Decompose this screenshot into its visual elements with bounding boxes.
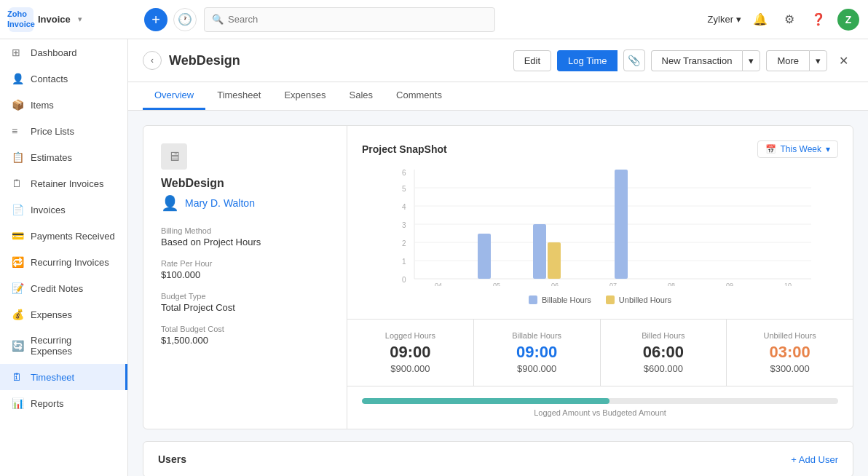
retainer-icon: 🗒: [12, 178, 23, 189]
brand-chevron-icon[interactable]: ▾: [78, 15, 82, 24]
bar-chart-svg: 0 1 2 3 4 5 6: [362, 170, 838, 286]
total-budget-label: Total Budget Cost: [161, 325, 329, 333]
svg-text:10: 10: [784, 282, 792, 286]
avatar[interactable]: Z: [837, 9, 859, 31]
reports-icon: 📊: [12, 397, 23, 409]
sidebar-item-timesheet[interactable]: 🗓 Timesheet: [0, 364, 127, 390]
billing-method-value: Based on Project Hours: [161, 237, 329, 247]
users-section: Users + Add User: [143, 441, 853, 476]
stat-unbilled: Unbilled Hours 03:00 $300.000: [727, 320, 853, 386]
svg-text:04: 04: [435, 282, 442, 286]
log-time-button[interactable]: Log Time: [557, 50, 617, 71]
sidebar-item-recurring-expenses[interactable]: 🔄 Recurring Expenses: [0, 328, 127, 364]
add-user-button[interactable]: + Add User: [791, 454, 838, 465]
svg-rect-17: [615, 170, 628, 279]
sidebar-label-recurring-exp: Recurring Expenses: [31, 335, 116, 357]
sidebar-label-recurring-inv: Recurring Invoices: [31, 257, 109, 268]
tab-comments[interactable]: Comments: [384, 82, 454, 110]
invoices-icon: 📄: [12, 204, 23, 215]
stat-billed-label: Billed Hours: [615, 331, 712, 340]
sidebar-item-price-lists[interactable]: ≡ Price Lists: [0, 118, 127, 144]
svg-text:2: 2: [402, 239, 406, 247]
credit-notes-icon: 📝: [12, 282, 23, 294]
search-box: 🔍: [204, 7, 495, 32]
price-lists-icon: ≡: [12, 125, 23, 137]
svg-text:0: 0: [402, 276, 406, 284]
stats-row: Logged Hours 09:00 $900.000 Billable Hou…: [347, 319, 853, 386]
svg-text:05: 05: [493, 282, 500, 286]
sidebar-item-dashboard[interactable]: ⊞ Dashboard: [0, 39, 127, 66]
settings-button[interactable]: ⚙: [779, 9, 800, 30]
svg-text:3: 3: [402, 221, 406, 229]
sidebar-label-contacts: Contacts: [31, 74, 68, 84]
users-header: Users + Add User: [158, 453, 838, 465]
new-transaction-dropdown[interactable]: ▾: [742, 50, 760, 71]
user-avatar-icon: 👤: [161, 194, 179, 212]
back-button[interactable]: ‹: [143, 51, 162, 70]
sidebar-item-reports[interactable]: 📊 Reports: [0, 390, 127, 416]
stat-logged: Logged Hours 09:00 $900.000: [347, 320, 474, 386]
more-split: More ▾: [766, 50, 827, 71]
history-button[interactable]: 🕐: [173, 8, 197, 31]
sidebar-item-payments-received[interactable]: 💳 Payments Received: [0, 223, 127, 249]
stat-billable-amount: $900.000: [489, 363, 585, 374]
progress-label: Logged Amount vs Budgeted Amount: [362, 408, 838, 417]
close-button[interactable]: ✕: [833, 50, 853, 71]
chart-stats-panel: Project SnapShot 📅 This Week ▾ 0: [347, 126, 853, 429]
user-chevron-icon: ▾: [736, 14, 741, 25]
rate-block: Rate Per Hour $100.000: [161, 259, 329, 280]
project-user-link[interactable]: 👤 Mary D. Walton: [161, 194, 329, 212]
chart-area: Project SnapShot 📅 This Week ▾ 0: [347, 126, 853, 319]
week-selector[interactable]: 📅 This Week ▾: [757, 140, 838, 158]
more-button[interactable]: More: [766, 50, 809, 71]
sidebar-label-expenses: Expenses: [31, 309, 72, 320]
notifications-button[interactable]: 🔔: [750, 9, 770, 30]
project-overview: 🖥 WebDesign 👤 Mary D. Walton Billing Met…: [143, 126, 853, 429]
tabs-bar: Overview Timesheet Expenses Sales Commen…: [128, 82, 868, 111]
sidebar-item-credit-notes[interactable]: 📝 Credit Notes: [0, 275, 127, 301]
sidebar-label-invoices: Invoices: [31, 205, 66, 215]
tab-timesheet[interactable]: Timesheet: [205, 82, 272, 110]
sidebar-item-retainer-invoices[interactable]: 🗒 Retainer Invoices: [0, 170, 127, 197]
new-transaction-button[interactable]: New Transaction: [651, 50, 743, 71]
items-icon: 📦: [12, 99, 23, 111]
users-title: Users: [158, 453, 186, 465]
more-dropdown[interactable]: ▾: [809, 50, 827, 71]
sidebar: ⊞ Dashboard 👤 Contacts 📦 Items ≡ Price L…: [0, 39, 128, 476]
sidebar-label-estimates: Estimates: [31, 152, 72, 163]
tab-expenses[interactable]: Expenses: [272, 82, 337, 110]
chart-header: Project SnapShot 📅 This Week ▾: [362, 140, 838, 158]
stat-logged-time: 09:00: [362, 343, 459, 362]
attach-button[interactable]: 📎: [623, 49, 645, 71]
sidebar-item-expenses[interactable]: 💰 Expenses: [0, 301, 127, 328]
user-menu-button[interactable]: Zylker ▾: [708, 14, 741, 25]
stat-billable: Billable Hours 09:00 $900.000: [474, 320, 601, 386]
stat-billable-time: 09:00: [489, 343, 585, 362]
tab-overview[interactable]: Overview: [143, 82, 205, 110]
svg-text:06: 06: [551, 282, 559, 286]
page-header: ‹ WebDesign Edit Log Time 📎 New Transact…: [128, 39, 868, 82]
progress-section: Logged Amount vs Budgeted Amount: [347, 386, 853, 429]
sidebar-item-estimates[interactable]: 📋 Estimates: [0, 144, 127, 170]
week-label: This Week: [781, 144, 821, 154]
svg-rect-15: [533, 224, 546, 279]
sidebar-item-items[interactable]: 📦 Items: [0, 92, 127, 118]
edit-button[interactable]: Edit: [513, 50, 551, 71]
sidebar-item-invoices[interactable]: 📄 Invoices: [0, 197, 127, 223]
user-name: Zylker: [708, 14, 733, 25]
svg-text:09: 09: [726, 282, 733, 286]
dashboard-icon: ⊞: [12, 47, 23, 58]
svg-rect-16: [548, 242, 561, 279]
add-button[interactable]: +: [144, 8, 167, 31]
total-budget-block: Total Budget Cost $1,500.000: [161, 325, 329, 346]
progress-bar-fill: [362, 398, 609, 404]
recurring-exp-icon: 🔄: [12, 340, 23, 352]
tab-sales[interactable]: Sales: [338, 82, 385, 110]
search-input[interactable]: [228, 14, 487, 25]
sidebar-item-recurring-invoices[interactable]: 🔁 Recurring Invoices: [0, 249, 127, 275]
sidebar-label-credit-notes: Credit Notes: [31, 283, 83, 294]
sidebar-item-contacts[interactable]: 👤 Contacts: [0, 66, 127, 92]
legend-unbilled-label: Unbilled Hours: [619, 295, 671, 304]
help-button[interactable]: ❓: [808, 9, 829, 30]
sidebar-label-reports: Reports: [31, 398, 64, 409]
